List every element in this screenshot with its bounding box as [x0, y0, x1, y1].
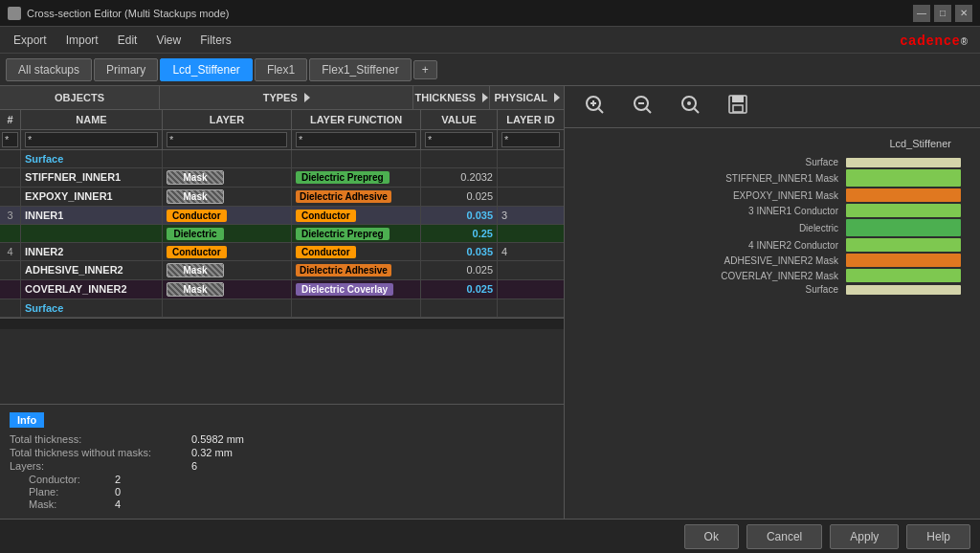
table-row[interactable]: ADHESIVE_INNER2 Mask Dielectric Adhesive… — [0, 261, 564, 280]
tab-lcd-stiffener[interactable]: Lcd_Stiffener — [160, 58, 253, 81]
info-label-mask: Mask: — [29, 498, 105, 510]
header-physical: PHYSICAL — [490, 86, 564, 109]
layer-vis-bar — [846, 219, 961, 236]
filter-name[interactable] — [25, 132, 158, 147]
row-layerid: 3 — [498, 207, 564, 224]
filter-num[interactable] — [2, 132, 18, 147]
apply-button[interactable]: Apply — [830, 524, 899, 549]
row-name: COVERLAY_INNER2 — [21, 280, 163, 299]
table-area: OBJECTS TYPES THICKNESS PHYSICAL # NAME — [0, 86, 564, 404]
table-body: Surface STIFFNER_INNER1 Mask Dielectric … — [0, 150, 564, 318]
layer-vis-label: Surface — [704, 157, 838, 167]
tab-add-button[interactable]: + — [413, 60, 437, 79]
menu-import[interactable]: Import — [56, 30, 108, 51]
badge-mask: Mask — [167, 263, 224, 277]
info-header: Info — [10, 412, 44, 428]
filter-layer[interactable] — [167, 132, 287, 147]
svg-point-8 — [687, 101, 691, 105]
surface-label-bottom: Surface — [25, 302, 63, 314]
badge-dielectric-func: Dielectric Prepreg — [296, 228, 390, 240]
table-row[interactable]: 4 INNER2 Conductor Conductor 0.035 4 — [0, 243, 564, 261]
tab-all-stackups[interactable]: All stackups — [6, 58, 92, 81]
right-panel: Lcd_Stiffener Surface STIFFNER_INNER1 Ma… — [565, 86, 980, 519]
table-row[interactable]: 3 INNER1 Conductor Conductor 0.035 3 — [0, 207, 564, 225]
layer-vis-row: Surface — [574, 157, 961, 167]
zoom-fit-button[interactable] — [676, 92, 704, 122]
row-num — [0, 150, 21, 167]
row-name — [21, 225, 163, 242]
row-value: 0.025 — [421, 280, 498, 299]
row-value: 0.2032 — [421, 168, 498, 187]
save-button[interactable] — [724, 92, 752, 122]
row-value: 0.035 — [421, 243, 498, 260]
table-row[interactable]: Surface — [0, 299, 564, 318]
window-title: Cross-section Editor (Multi Stackups mod… — [27, 8, 230, 19]
svg-rect-12 — [733, 105, 743, 112]
zoom-in-button[interactable] — [580, 92, 609, 122]
info-label-conductor: Conductor: — [29, 474, 105, 485]
header-objects: OBJECTS — [0, 86, 160, 109]
help-button[interactable]: Help — [906, 524, 970, 549]
row-value: 0.25 — [421, 225, 498, 242]
layer-vis-row: EXPOXY_INNER1 Mask — [574, 188, 961, 202]
minimize-button[interactable]: — — [913, 5, 930, 22]
table-row[interactable]: Dielectric Dielectric Prepreg 0.25 — [0, 225, 564, 243]
filter-layerid[interactable] — [501, 132, 560, 147]
row-num — [0, 225, 21, 242]
preview-toolbar — [565, 86, 980, 128]
layer-vis-label: STIFFNER_INNER1 Mask — [704, 173, 838, 184]
row-num — [0, 188, 21, 206]
layer-vis-bar — [846, 204, 961, 217]
row-num — [0, 261, 21, 279]
table-header: OBJECTS TYPES THICKNESS PHYSICAL — [0, 86, 564, 110]
filter-layerfunc[interactable] — [296, 132, 416, 147]
left-panel: OBJECTS TYPES THICKNESS PHYSICAL # NAME — [0, 86, 565, 519]
layer-vis-label: EXPOXY_INNER1 Mask — [704, 190, 838, 201]
menu-export[interactable]: Export — [4, 30, 56, 51]
menu-edit[interactable]: Edit — [108, 30, 147, 51]
info-value-layers: 6 — [191, 460, 197, 472]
row-num — [0, 168, 21, 187]
layer-vis-label: COVERLAY_INNER2 Mask — [704, 271, 838, 281]
row-name: STIFFNER_INNER1 — [21, 168, 163, 187]
layer-vis-bar — [846, 238, 961, 252]
menu-view[interactable]: View — [146, 30, 190, 51]
layer-vis-label: Dielectric — [704, 223, 838, 233]
filter-value[interactable] — [425, 132, 493, 147]
badge-adhesive: Dielectric Adhesive — [296, 190, 391, 203]
row-num — [0, 299, 21, 317]
row-layerid — [498, 299, 564, 317]
table-row[interactable]: STIFFNER_INNER1 Mask Dielectric Prepreg … — [0, 168, 564, 188]
ok-button[interactable]: Ok — [684, 524, 739, 549]
tab-flex1[interactable]: Flex1 — [255, 58, 307, 81]
badge-mask: Mask — [167, 170, 224, 185]
layer-vis-row: Dielectric — [574, 219, 961, 236]
layer-vis-label: 4 INNER2 Conductor — [704, 240, 838, 251]
stackup-preview-title: Lcd_Stiffener — [889, 138, 961, 149]
row-name: EXPOXY_INNER1 — [21, 188, 163, 206]
horizontal-scrollbar[interactable] — [0, 318, 564, 329]
row-num: 3 — [0, 207, 21, 224]
badge-mask: Mask — [167, 189, 224, 204]
table-row[interactable]: Surface — [0, 150, 564, 168]
close-button[interactable]: ✕ — [955, 5, 972, 22]
layer-vis-bar — [846, 254, 961, 267]
info-label-plane: Plane: — [29, 486, 105, 498]
layer-vis-row: 4 INNER2 Conductor — [574, 238, 961, 252]
zoom-out-button[interactable] — [628, 92, 657, 122]
title-bar-controls: — □ ✕ — [913, 5, 972, 22]
menu-filters[interactable]: Filters — [190, 30, 241, 51]
cancel-button[interactable]: Cancel — [746, 524, 822, 549]
table-row[interactable]: COVERLAY_INNER2 Mask Dielectric Coverlay… — [0, 280, 564, 299]
menu-items: Export Import Edit View Filters — [4, 30, 241, 51]
maximize-button[interactable]: □ — [934, 5, 951, 22]
tab-primary[interactable]: Primary — [94, 58, 158, 81]
tab-flex1-stiffener[interactable]: Flex1_Stiffener — [309, 58, 412, 81]
layer-vis-bar — [846, 269, 961, 282]
tab-bar: All stackups Primary Lcd_Stiffener Flex1… — [0, 54, 980, 86]
info-label-thickness: Total thickness: — [10, 433, 182, 445]
sh-num: # — [0, 110, 21, 129]
badge-dielectric: Dielectric — [167, 228, 224, 240]
svg-line-3 — [599, 109, 604, 114]
table-row[interactable]: EXPOXY_INNER1 Mask Dielectric Adhesive 0… — [0, 188, 564, 207]
